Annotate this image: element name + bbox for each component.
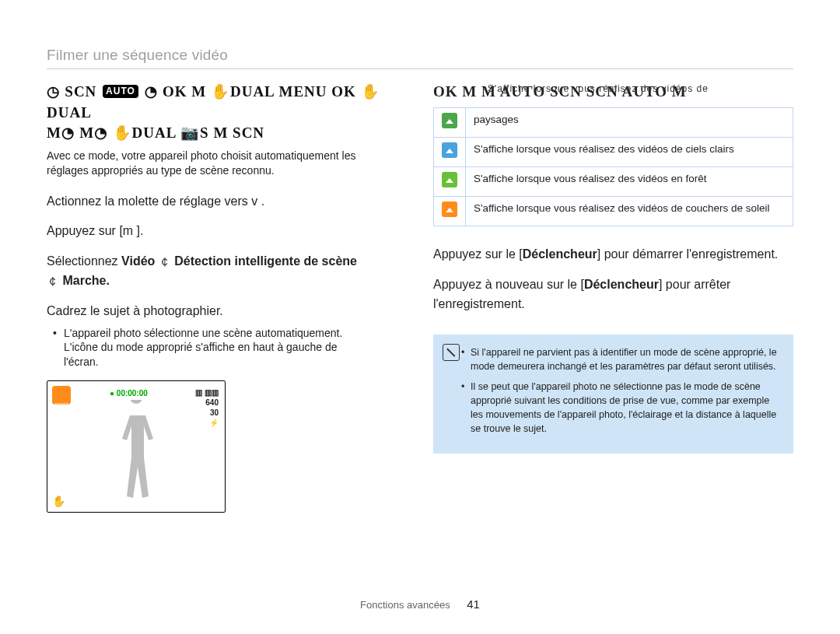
lcd-preview: ● 00:00:00 ▥ ▥▥ 640 30 ⚡ ✋ (47, 380, 226, 513)
step-4: Cadrez le sujet à photographier. L'appar… (47, 302, 407, 370)
table-row: S'affiche lorsque vous réalisez des vidé… (434, 197, 793, 226)
auto-tag: AUTO (621, 83, 667, 100)
t: ￠ (155, 254, 174, 268)
lcd-topright: ▥ ▥▥ 640 30 ⚡ (195, 387, 219, 428)
t: Marche. (62, 274, 109, 287)
t: L'icône du mode approprié s'affiche en h… (64, 341, 337, 353)
t: Sélectionnez (47, 254, 121, 268)
fps-label: 30 (195, 408, 219, 418)
iconbar-text: ◷ SCN (47, 83, 101, 100)
step-5: Appuyez sur le [Déclencheur] pour démarr… (433, 245, 793, 264)
scene-desc: S'affiche lorsque vous réalisez des vidé… (466, 167, 793, 197)
step-6: Appuyez à nouveau sur le [Déclencheur] p… (433, 275, 793, 314)
t: ] pour démarrer l'enregistrement. (597, 247, 778, 261)
forest-icon (442, 172, 457, 187)
t: L'appareil photo sélectionne une scène a… (64, 327, 342, 339)
scene-desc: S'affiche lorsque vous réalisez des vidé… (466, 197, 793, 226)
iconbar-text: M◔ M◔ ✋DUAL 📷S M SCN (47, 124, 264, 141)
flash-icon: ⚡ (195, 418, 219, 428)
t: OK M M (433, 83, 500, 100)
t: Déclencheur (523, 247, 597, 261)
left-column: ◷ SCN AUTO ◔ OK M ✋DUAL MENU OK ✋DUAL M◔… (47, 82, 407, 513)
table-row: S'affiche lorsque vous réalisez des vidé… (434, 137, 793, 166)
mode-icon-bar-right: OK M M AUTO SCN SCN AUTO M S'affiche lor… (433, 82, 793, 103)
t: Appuyez sur le [ (433, 247, 523, 261)
t: M (667, 83, 687, 100)
t: Déclencheur (584, 278, 659, 291)
smart-icon (52, 386, 71, 405)
subject-silhouette (113, 400, 159, 509)
page-footer: Fonctions avancées 41 (0, 597, 840, 611)
note-box: Si l'appareil ne parvient pas à identifi… (433, 335, 793, 454)
intro-line: réglages appropriés au type de scène rec… (47, 164, 275, 177)
divider (47, 68, 793, 69)
scene-desc: paysages (466, 107, 793, 137)
note-bullet: Si l'appareil ne parvient pas à identifi… (471, 345, 781, 373)
sky-icon (442, 142, 457, 158)
battery-icon: ▥ ▥▥ (195, 387, 219, 398)
footer-section: Fonctions avancées (360, 599, 450, 611)
t: Appuyez à nouveau sur le [ (433, 278, 584, 291)
auto-tag: AUTO (500, 83, 546, 100)
note-icon (443, 344, 460, 361)
page-number: 41 (467, 597, 480, 611)
table-row: S'affiche lorsque vous réalisez des vidé… (434, 167, 793, 197)
t: Détection intelligente de scène (174, 254, 357, 268)
t: ￠ (47, 274, 62, 287)
step-1: Actionnez la molette de réglage vers v . (47, 192, 407, 212)
right-column: OK M M AUTO SCN SCN AUTO M S'affiche lor… (433, 82, 793, 513)
step-2: Appuyez sur [m ]. (47, 222, 407, 241)
scene-icon-table: paysages S'affiche lorsque vous réalisez… (433, 107, 793, 227)
t: SCN SCN (545, 83, 621, 100)
step-4-bullet: L'appareil photo sélectionne une scène a… (64, 326, 407, 370)
t: Vidéo (121, 254, 155, 268)
table-row: paysages (434, 107, 793, 137)
step-3: Sélectionnez Vidéo ￠ Détection intellige… (47, 252, 407, 291)
sunset-icon (442, 201, 457, 217)
resolution-label: 640 (195, 398, 219, 408)
mode-icon-bar: ◷ SCN AUTO ◔ OK M ✋DUAL MENU OK ✋DUAL M◔… (47, 82, 407, 144)
page-header: Filmer une séquence vidéo (47, 47, 793, 64)
note-bullet: Il se peut que l'appareil photo ne sélec… (471, 380, 781, 436)
rec-timer: ● 00:00:00 (110, 389, 148, 398)
t: l'écran. (64, 356, 99, 368)
intro-line: Avec ce mode, votre appareil photo chois… (47, 149, 355, 162)
scene-desc: S'affiche lorsque vous réalisez des vidé… (466, 137, 793, 166)
stabilizer-icon: ✋ (52, 495, 65, 507)
landscape-icon (442, 113, 457, 128)
auto-tag: AUTO (103, 85, 138, 98)
t: Cadrez le sujet à photographier. (47, 304, 223, 317)
intro-text: Avec ce mode, votre appareil photo chois… (47, 149, 407, 178)
